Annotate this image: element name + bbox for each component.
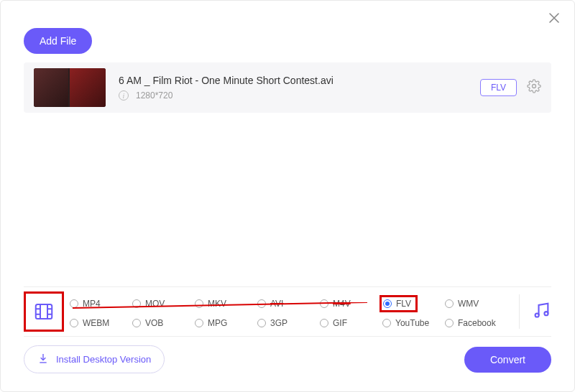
format-option-gif[interactable]: GIF xyxy=(320,318,382,328)
radio-icon xyxy=(132,319,141,327)
svg-point-0 xyxy=(533,85,536,88)
format-label: GIF xyxy=(333,318,347,328)
format-option-wmv[interactable]: WMV xyxy=(445,299,507,309)
video-formats-icon[interactable] xyxy=(24,291,64,332)
format-option-mp4[interactable]: MP4 xyxy=(70,299,132,309)
svg-point-8 xyxy=(535,313,539,317)
radio-icon xyxy=(383,299,392,308)
radio-icon xyxy=(132,299,141,308)
format-option-m4v[interactable]: M4V xyxy=(320,299,382,309)
format-label: VOB xyxy=(145,318,163,328)
format-label: MKV xyxy=(208,299,226,309)
radio-icon xyxy=(70,319,78,327)
video-thumbnail[interactable] xyxy=(34,68,106,107)
radio-icon xyxy=(257,319,266,327)
format-option-3gp[interactable]: 3GP xyxy=(257,318,320,328)
format-option-mov[interactable]: MOV xyxy=(132,299,195,309)
format-label: 3GP xyxy=(270,318,288,328)
format-label: FLV xyxy=(396,299,411,309)
format-option-mpg[interactable]: MPG xyxy=(195,318,257,328)
format-option-flv[interactable]: FLV xyxy=(382,295,445,312)
add-file-button[interactable]: Add File xyxy=(24,28,92,54)
format-option-youtube[interactable]: YouTube xyxy=(382,318,445,328)
format-option-facebook[interactable]: Facebook xyxy=(445,318,507,328)
format-label: MPG xyxy=(208,318,227,328)
format-option-vob[interactable]: VOB xyxy=(132,318,195,328)
info-icon[interactable]: i xyxy=(119,90,129,101)
format-label: Facebook xyxy=(458,318,496,328)
radio-icon xyxy=(70,299,78,308)
format-label: WMV xyxy=(458,299,479,309)
svg-rect-1 xyxy=(36,304,52,319)
divider xyxy=(519,294,520,329)
radio-icon xyxy=(257,299,266,308)
file-format-button[interactable]: FLV xyxy=(480,79,517,96)
svg-point-9 xyxy=(544,312,548,315)
audio-formats-icon[interactable] xyxy=(531,300,551,323)
radio-icon xyxy=(445,319,454,327)
radio-icon xyxy=(382,319,391,327)
formats-panel: MP4MOVMKVAVIM4VFLVWMVWEBMVOBMPG3GPGIFYou… xyxy=(24,286,551,337)
radio-icon xyxy=(195,299,203,308)
format-label: MP4 xyxy=(83,299,101,309)
format-option-webm[interactable]: WEBM xyxy=(70,318,132,328)
format-label: WEBM xyxy=(83,318,109,328)
file-row: 6 AM _ Film Riot - One Minute Short Cont… xyxy=(24,62,551,113)
format-label: AVI xyxy=(270,299,283,309)
gear-icon[interactable] xyxy=(527,79,541,96)
format-label: M4V xyxy=(333,299,351,309)
install-desktop-label: Install Desktop Version xyxy=(56,354,151,365)
format-label: YouTube xyxy=(395,318,429,328)
radio-icon xyxy=(320,299,328,308)
file-title: 6 AM _ Film Riot - One Minute Short Cont… xyxy=(119,75,480,86)
format-option-mkv[interactable]: MKV xyxy=(195,299,257,309)
format-option-avi[interactable]: AVI xyxy=(257,299,320,309)
install-desktop-button[interactable]: Install Desktop Version xyxy=(24,345,165,373)
file-resolution: 1280*720 xyxy=(136,90,172,101)
radio-icon xyxy=(195,319,203,327)
convert-button[interactable]: Convert xyxy=(464,347,551,373)
format-label: MOV xyxy=(145,299,165,309)
download-icon xyxy=(37,353,49,366)
radio-icon xyxy=(445,299,454,308)
close-icon[interactable] xyxy=(547,11,561,25)
radio-icon xyxy=(320,319,328,327)
